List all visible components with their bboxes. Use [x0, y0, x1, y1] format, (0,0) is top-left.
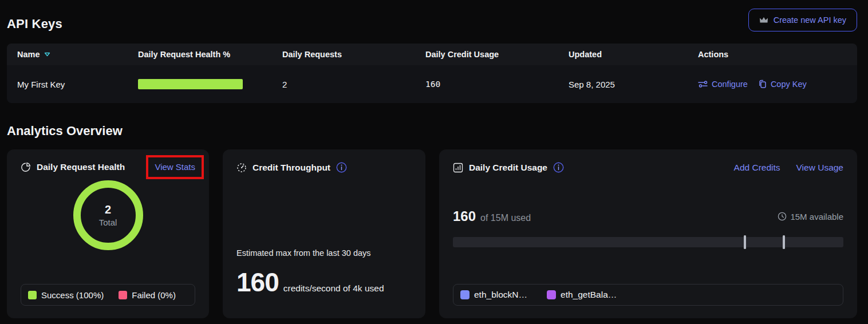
key-daily-credit-usage: 160 — [425, 80, 569, 89]
column-header-updated: Updated — [569, 50, 698, 59]
gauge-icon — [236, 163, 247, 173]
info-icon[interactable] — [553, 162, 564, 173]
health-card-title: Daily Request Health — [37, 162, 125, 172]
daily-request-health-card: Daily Request Health View Stats 2 Total … — [7, 149, 209, 318]
donut-total-value: 2 — [105, 203, 111, 216]
legend-item-success: Success (100%) — [28, 290, 104, 300]
analytics-overview-title: Analytics Overview — [7, 124, 857, 139]
credits-used-value: 160 — [453, 208, 476, 224]
create-new-api-key-label: Create new API key — [774, 15, 846, 25]
page-title: API Keys — [7, 17, 62, 31]
legend-item-failed: Failed (0%) — [119, 290, 176, 300]
column-header-actions: Actions — [698, 50, 857, 59]
usage-legend: eth_blockN… eth_getBala… — [453, 284, 843, 306]
progress-marker — [744, 235, 746, 249]
add-credits-link[interactable]: Add Credits — [734, 163, 780, 173]
create-new-api-key-button[interactable]: Create new API key — [748, 9, 857, 31]
success-swatch — [28, 291, 37, 299]
sort-chevron-icon[interactable] — [44, 52, 50, 57]
legend-item-eth-getbalance: eth_getBala… — [547, 290, 617, 300]
column-header-credit-usage: Daily Credit Usage — [425, 50, 569, 59]
daily-credit-usage-card: Daily Credit Usage Add Credits View Usag… — [439, 149, 857, 318]
table-row: My First Key 2 160 Sep 8, 2025 Configure — [7, 65, 857, 103]
column-header-name[interactable]: Name — [17, 50, 138, 59]
copy-icon — [758, 80, 767, 89]
api-keys-page: API Keys Create new API key Name Daily R… — [0, 0, 868, 324]
throughput-subtitle: Estimated max from the last 30 days — [236, 248, 412, 258]
eth-blocknumber-swatch — [460, 290, 469, 299]
pie-chart-icon — [21, 162, 31, 172]
crown-icon — [759, 16, 768, 24]
credit-throughput-card: Credit Throughput Estimated max from the… — [223, 149, 425, 318]
key-actions-cell: Configure Copy Key — [698, 80, 857, 89]
legend-item-eth-blocknumber: eth_blockN… — [460, 290, 527, 300]
throughput-card-title: Credit Throughput — [252, 163, 330, 173]
key-health-cell — [138, 79, 282, 89]
view-stats-link[interactable]: View Stats — [155, 162, 195, 172]
api-keys-table: Name Daily Request Health % Daily Reques… — [7, 44, 857, 103]
credits-used-suffix: of 15M used — [480, 213, 531, 223]
copy-key-button[interactable]: Copy Key — [758, 80, 807, 89]
table-header-row: Name Daily Request Health % Daily Reques… — [7, 44, 857, 65]
annotation-highlight: View Stats — [146, 155, 204, 179]
analytics-cards: Daily Request Health View Stats 2 Total … — [7, 149, 857, 318]
sliders-icon — [698, 80, 708, 88]
view-usage-link[interactable]: View Usage — [796, 163, 843, 173]
credit-usage-progress-bar — [453, 237, 843, 247]
health-donut-chart: 2 Total — [73, 180, 143, 250]
health-percent-bar — [138, 79, 243, 89]
throughput-suffix: credits/second of 4k used — [283, 283, 384, 294]
column-header-requests: Daily Requests — [282, 50, 425, 59]
key-updated-date: Sep 8, 2025 — [569, 80, 698, 89]
usage-card-title: Daily Credit Usage — [469, 163, 547, 173]
key-name: My First Key — [17, 80, 138, 89]
throughput-value: 160 — [236, 267, 279, 298]
health-legend: Success (100%) Failed (0%) — [21, 284, 195, 306]
info-icon[interactable] — [336, 162, 347, 173]
bar-chart-icon — [453, 163, 463, 173]
failed-swatch — [119, 291, 127, 299]
topbar: API Keys Create new API key — [7, 9, 857, 31]
progress-marker — [783, 235, 785, 249]
donut-total-label: Total — [99, 218, 117, 227]
key-daily-requests: 2 — [282, 80, 425, 89]
eth-getbalance-swatch — [547, 290, 556, 299]
credits-available: 15M available — [778, 212, 843, 222]
column-header-health: Daily Request Health % — [138, 50, 282, 59]
configure-button[interactable]: Configure — [698, 80, 748, 89]
clock-icon — [778, 212, 787, 221]
